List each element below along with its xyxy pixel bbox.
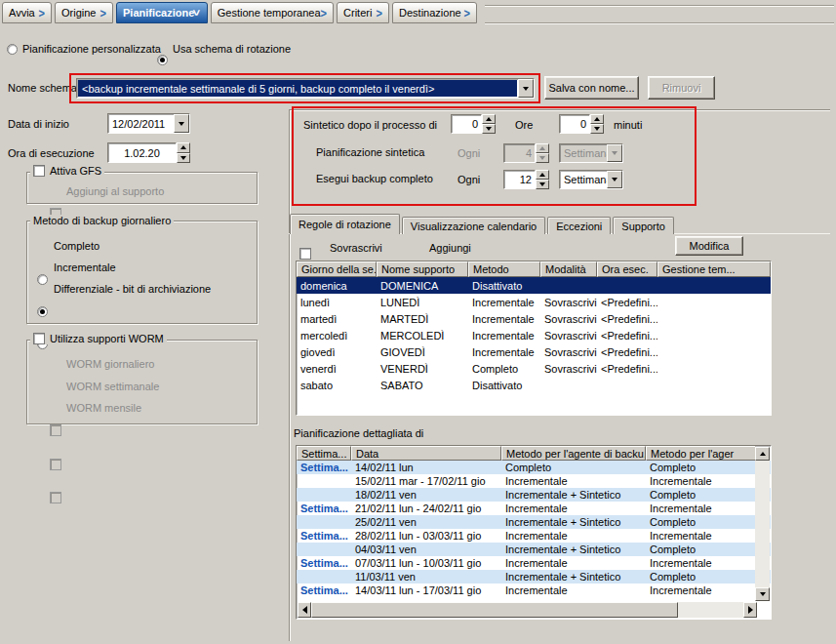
dropdown-arrow-icon[interactable] (174, 114, 189, 133)
rules-cell: Sovrascrivi (540, 363, 597, 375)
detail-cell: Settima... (297, 557, 351, 569)
detail-cell: 14/03/11 lun - 17/03/11 gio (351, 584, 501, 596)
detail-table-row[interactable]: Settima...28/02/11 lun - 03/03/11 gioInc… (297, 529, 771, 543)
tab-avvia[interactable]: Avvia > (2, 2, 52, 23)
column-header-other-method[interactable]: Metodo per l'ager (646, 446, 756, 461)
rotation-scheme-radio[interactable] (157, 55, 168, 65)
tab-label: Avvia (9, 7, 35, 19)
rules-table-row[interactable]: martedìMARTEDÌIncrementaleSovrascrivi<Pr… (297, 310, 771, 327)
dropdown-arrow-icon[interactable] (518, 79, 534, 98)
vertical-scrollbar[interactable] (755, 447, 770, 601)
tab-supporto[interactable]: Supporto (613, 217, 674, 234)
append-label: Aggiungi (429, 242, 471, 254)
method-incrementale-radio[interactable] (37, 306, 48, 317)
scrollbar-track[interactable] (755, 461, 770, 587)
detail-table-row[interactable]: Settima...14/02/11 lunCompletoCompleto (297, 461, 771, 474)
detail-cell: Incrementale (646, 584, 756, 596)
spin-down-button[interactable] (177, 153, 190, 164)
worm-daily-checkbox[interactable] (50, 424, 61, 436)
column-header-staging[interactable]: Gestione tem... (657, 262, 771, 277)
edit-button[interactable]: Modifica (675, 236, 743, 256)
scroll-down-button[interactable] (755, 587, 770, 601)
rules-table-row[interactable]: domenicaDOMENICADisattivato (297, 277, 771, 294)
column-header-mode[interactable]: Modalità (540, 262, 597, 277)
column-header-agent-method[interactable]: Metodo per l'agente di backu... (501, 446, 646, 461)
detail-table-row[interactable]: Settima...07/03/11 lun - 10/03/11 gioInc… (297, 556, 771, 570)
synthetic-interval-spinner[interactable]: 4 (503, 143, 549, 163)
remove-button[interactable]: Rimuovi (648, 76, 715, 100)
hours-unit-label: Ore (515, 119, 533, 131)
detail-table-row[interactable]: Settima...21/02/11 lun - 24/02/11 gioInc… (297, 502, 771, 515)
spin-up-button[interactable] (177, 142, 190, 153)
rules-cell: domenica (297, 280, 377, 292)
detail-table-row[interactable]: 11/03/11 venIncrementale + SinteticoComp… (297, 570, 771, 584)
detail-cell: Settima... (297, 530, 351, 542)
rules-table-row[interactable]: venerdìVENERDÌCompletoSovrascrivi<Predef… (297, 360, 771, 377)
spin-up-button[interactable] (590, 114, 604, 124)
detail-table-row[interactable]: 04/03/11 venIncrementale + SinteticoComp… (297, 543, 771, 556)
scroll-up-button[interactable] (755, 447, 770, 461)
spin-up-button[interactable] (482, 114, 496, 124)
tab-pianificazione[interactable]: Pianificazione > (116, 2, 208, 23)
detail-table-row[interactable]: Settima...14/03/11 lun - 17/03/11 gioInc… (297, 584, 771, 597)
dropdown-arrow-icon[interactable] (607, 144, 622, 162)
tab-destinazione[interactable]: Destinazione > (392, 2, 477, 23)
rules-cell: martedì (297, 313, 377, 325)
spin-down-button[interactable] (536, 180, 549, 189)
full-backup-unit-select[interactable]: Settimana/ (559, 170, 623, 189)
column-header-week[interactable]: Settima... (297, 446, 351, 461)
detail-table-row[interactable]: 25/02/11 venIncrementale + SinteticoComp… (297, 515, 771, 529)
spin-up-button[interactable] (536, 143, 549, 153)
detail-cell: Completo (501, 462, 646, 473)
gfs-enable-checkbox[interactable] (33, 165, 45, 177)
scroll-left-button[interactable] (298, 602, 311, 618)
synthetic-minutes-spinner[interactable]: 0 (559, 114, 604, 134)
start-date-value: 12/02/2011 (108, 114, 174, 133)
scrollbar-thumb[interactable] (311, 602, 678, 618)
save-as-button[interactable]: Salva con nome... (544, 76, 639, 100)
spin-down-button[interactable] (536, 153, 549, 163)
custom-schedule-label: Pianificazione personalizzata (22, 43, 161, 55)
detail-cell: Completo (646, 571, 756, 583)
horizontal-scrollbar[interactable] (298, 602, 757, 618)
start-date-select[interactable]: 12/02/2011 (107, 113, 190, 134)
full-backup-label: Esegui backup completo (316, 173, 433, 184)
column-header-time[interactable]: Ora esec. (597, 262, 657, 277)
synthetic-schedule-label: Pianificazione sintetica (316, 146, 424, 158)
synthetic-unit-select[interactable]: Settimana/ (559, 143, 623, 163)
scrollbar-track[interactable] (678, 602, 743, 618)
spin-down-button[interactable] (482, 124, 496, 134)
column-header-media[interactable]: Nome supporto (377, 262, 468, 277)
scroll-right-button[interactable] (743, 602, 757, 618)
spin-up-button[interactable] (536, 170, 549, 180)
tab-criteri[interactable]: Criteri > (337, 2, 389, 23)
exec-time-spinner[interactable]: 1.02.20 (107, 142, 190, 163)
method-completo-radio[interactable] (37, 274, 48, 285)
spin-down-button[interactable] (590, 124, 604, 134)
column-header-date[interactable]: Data (351, 446, 501, 461)
tab-origine[interactable]: Origine > (55, 2, 113, 23)
worm-weekly-checkbox[interactable] (50, 459, 61, 470)
worm-monthly-checkbox[interactable] (50, 492, 61, 503)
detail-cell: Incrementale + Sintetico (501, 516, 646, 528)
tab-gestione-temporanea[interactable]: Gestione temporanea > (211, 2, 334, 23)
detail-table-row[interactable]: 18/02/11 venIncrementale + SinteticoComp… (297, 488, 771, 502)
tab-regole-di-rotazione[interactable]: Regole di rotazione (290, 214, 400, 234)
detail-table-row[interactable]: 15/02/11 mar - 17/02/11 gioIncrementaleI… (297, 474, 771, 488)
full-backup-interval-spinner[interactable]: 12 (503, 170, 549, 189)
scheme-name-select[interactable]: <backup incrementale settimanale di 5 gi… (76, 78, 535, 99)
dropdown-arrow-icon[interactable] (607, 171, 622, 188)
column-header-day[interactable]: Giorno della se... (297, 262, 377, 277)
synthetic-hours-spinner[interactable]: 0 (451, 114, 496, 134)
column-header-method[interactable]: Metodo (468, 262, 540, 277)
worm-enable-checkbox[interactable] (33, 333, 45, 344)
synthetic-schedule-checkbox[interactable] (299, 248, 311, 260)
rules-table-row[interactable]: giovedìGIOVEDÌIncrementaleSovrascrivi<Pr… (297, 343, 771, 360)
rules-table-row[interactable]: lunedìLUNEDÌIncrementaleSovrascrivi<Pred… (297, 294, 771, 310)
custom-schedule-radio[interactable] (7, 44, 18, 55)
tab-eccezioni[interactable]: Eccezioni (547, 217, 611, 234)
detail-cell: Incrementale (646, 503, 756, 514)
rules-table-row[interactable]: sabatoSABATODisattivato (297, 377, 771, 393)
rules-table-row[interactable]: mercoledìMERCOLEDÌIncrementaleSovrascriv… (297, 327, 771, 343)
tab-visualizzazione-calendario[interactable]: Visualizzazione calendario (402, 217, 545, 234)
